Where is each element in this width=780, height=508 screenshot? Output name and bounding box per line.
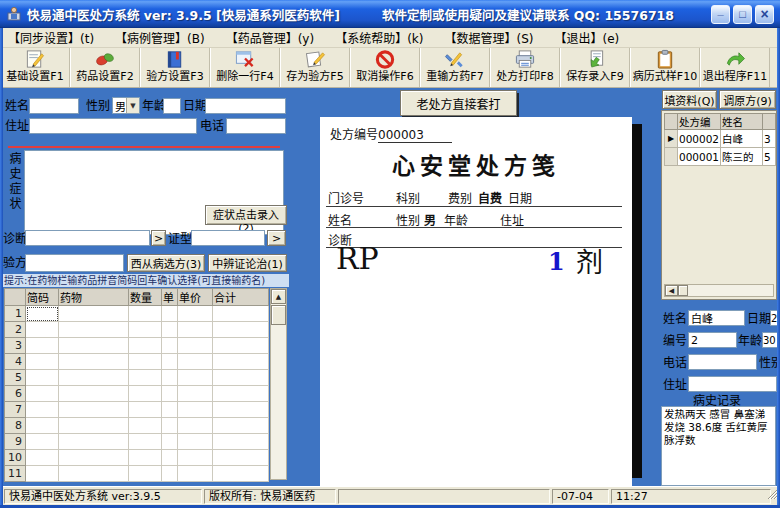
tab-recall-rx[interactable]: 调原方(9) <box>719 90 776 109</box>
drug-cell[interactable] <box>129 466 162 482</box>
old-rx-overprint-button[interactable]: 老处方直接套打 <box>400 90 517 116</box>
drug-cell[interactable] <box>213 354 269 370</box>
drug-cell[interactable] <box>213 402 269 418</box>
drug-cell[interactable] <box>213 434 269 450</box>
drug-cell[interactable] <box>162 434 178 450</box>
drug-cell[interactable] <box>162 370 178 386</box>
drug-cell[interactable] <box>26 386 59 402</box>
drug-cell[interactable] <box>26 338 59 354</box>
drug-cell[interactable] <box>129 418 162 434</box>
drug-cell[interactable] <box>178 306 213 322</box>
drug-cell[interactable] <box>59 322 129 338</box>
drug-cell[interactable] <box>26 402 59 418</box>
rx-history-row[interactable]: 000001 陈三的 5 <box>665 148 776 166</box>
drug-cell[interactable] <box>26 434 59 450</box>
maximize-button[interactable] <box>733 5 752 24</box>
drug-cell[interactable] <box>26 418 59 434</box>
drug-cell[interactable] <box>162 322 178 338</box>
patient-name-input[interactable] <box>29 98 79 114</box>
drug-cell[interactable] <box>26 354 59 370</box>
menu-item-case-management[interactable]: 【病例管理】(B) <box>115 29 205 46</box>
menu-item-sync-settings[interactable]: 【同步设置】(t) <box>8 29 94 46</box>
diagnosis-picker-button[interactable]: > <box>151 230 166 246</box>
drug-cell[interactable] <box>129 354 162 370</box>
btn-record-style-f10[interactable]: 病历式样F10 <box>630 48 700 87</box>
diagnosis-input[interactable] <box>25 230 150 246</box>
drug-cell[interactable] <box>162 306 178 322</box>
drug-cell[interactable] <box>26 370 59 386</box>
tcm-syndrome-button[interactable]: 中辨证论治(1) <box>208 254 287 272</box>
chevron-down-icon[interactable] <box>126 98 139 113</box>
syndrome-picker-button[interactable]: > <box>267 230 286 246</box>
scroll-up-icon[interactable] <box>271 289 286 304</box>
menu-item-exit[interactable]: 【退出】(e) <box>554 29 619 46</box>
drug-cell[interactable] <box>59 450 129 466</box>
drug-cell[interactable] <box>26 450 59 466</box>
sb-phone-input[interactable] <box>688 354 757 370</box>
drug-cell[interactable] <box>178 450 213 466</box>
drug-cell[interactable] <box>213 322 269 338</box>
drug-cell[interactable] <box>178 338 213 354</box>
drug-cell[interactable] <box>213 418 269 434</box>
drug-cell[interactable] <box>178 466 213 482</box>
drug-cell[interactable] <box>162 450 178 466</box>
drug-cell[interactable] <box>213 386 269 402</box>
btn-exit-program-f11[interactable]: 退出程序F11 <box>700 48 770 87</box>
syndrome-input[interactable] <box>191 230 265 246</box>
btn-formula-settings-f3[interactable]: 验方设置F3 <box>140 48 210 87</box>
drug-cell[interactable] <box>129 306 162 322</box>
rx-history-hscrollbar[interactable] <box>664 284 774 297</box>
drug-cell[interactable] <box>129 386 162 402</box>
drug-cell[interactable] <box>129 402 162 418</box>
drug-cell[interactable] <box>59 386 129 402</box>
drug-cell[interactable] <box>178 370 213 386</box>
scrollbar-thumb[interactable] <box>271 305 286 325</box>
drug-table-scrollbar[interactable] <box>270 288 287 480</box>
sb-history-textarea[interactable]: 发热两天 感冒 鼻塞涕 发烧 38.6度 舌红黄厚 脉浮数 <box>661 406 776 486</box>
drug-cell[interactable] <box>59 434 129 450</box>
btn-cancel-f6[interactable]: 取消操作F6 <box>350 48 420 87</box>
patient-date-input[interactable] <box>205 98 286 114</box>
drug-cell[interactable] <box>178 354 213 370</box>
btn-drug-settings-f2[interactable]: 药品设置F2 <box>70 48 140 87</box>
symptom-entry-button[interactable]: 症状点击录入(2) <box>205 205 287 225</box>
drug-cell[interactable] <box>213 450 269 466</box>
drug-cell[interactable] <box>162 338 178 354</box>
drug-cell[interactable] <box>213 338 269 354</box>
tab-fill-info[interactable]: 填资料(Q) <box>662 90 717 109</box>
drug-cell[interactable] <box>178 418 213 434</box>
drug-cell[interactable] <box>178 434 213 450</box>
rx-history-row[interactable]: 000002 白峰 3 <box>665 130 776 148</box>
drug-cell[interactable] <box>26 322 59 338</box>
drug-cell[interactable] <box>162 386 178 402</box>
drug-cell[interactable] <box>59 338 129 354</box>
drug-cell[interactable] <box>59 466 129 482</box>
btn-delete-row-f4[interactable]: 删除一行F4 <box>210 48 280 87</box>
drug-cell[interactable] <box>162 466 178 482</box>
close-button[interactable] <box>755 5 774 24</box>
btn-save-entry-f9[interactable]: 保存录入F9 <box>560 48 630 87</box>
drug-cell[interactable] <box>59 306 129 322</box>
menu-item-data-management[interactable]: 【数据管理】(S) <box>444 29 533 46</box>
drug-cell[interactable] <box>59 370 129 386</box>
drug-cell[interactable] <box>178 402 213 418</box>
drug-cell[interactable] <box>213 306 269 322</box>
drug-cell[interactable] <box>213 370 269 386</box>
btn-reenter-drugs-f7[interactable]: 重输方药F7 <box>420 48 490 87</box>
patient-phone-input[interactable] <box>226 118 286 134</box>
sb-name-input[interactable] <box>688 310 745 326</box>
btn-basic-settings-f1[interactable]: 基础设置F1 <box>0 48 70 87</box>
drug-cell[interactable] <box>129 338 162 354</box>
drug-cell[interactable] <box>162 418 178 434</box>
drug-cell[interactable] <box>129 370 162 386</box>
drug-cell[interactable] <box>162 402 178 418</box>
patient-age-input[interactable] <box>163 98 181 114</box>
selected-cell[interactable] <box>26 306 59 322</box>
btn-print-rx-f8[interactable]: 处方打印F8 <box>490 48 560 87</box>
gender-combo[interactable]: 男 <box>112 97 140 114</box>
sb-number-input[interactable] <box>688 332 737 348</box>
minimize-button[interactable] <box>711 5 730 24</box>
drug-cell[interactable] <box>26 466 59 482</box>
drug-cell[interactable] <box>59 402 129 418</box>
sb-address-input[interactable] <box>688 376 777 392</box>
